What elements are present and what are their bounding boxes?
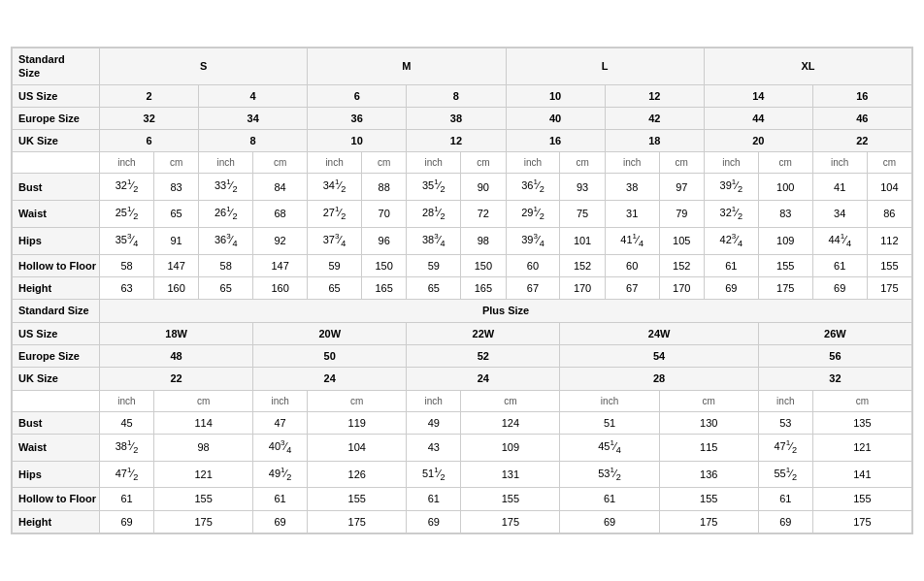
us-size-label: US Size: [13, 84, 100, 107]
plus-hollow-24w-cm: 155: [659, 488, 758, 510]
hollow-m8-inch: 59: [407, 254, 461, 276]
hips-l12-cm: 105: [659, 228, 704, 255]
m-size-header: M: [308, 48, 506, 85]
plus-hollow-26w-inch: 61: [758, 488, 812, 510]
plus-bust-18w-inch: 45: [100, 411, 154, 434]
plus-uk-24a: 24: [253, 368, 407, 390]
plus-height-label: Height: [13, 510, 100, 533]
bust-xl16-cm: 104: [867, 174, 911, 201]
plus-hips-26w-cm: 141: [812, 461, 911, 488]
uk-size-12: 12: [407, 130, 506, 152]
hips-m8-cm: 98: [461, 228, 506, 255]
bust-s4-inch: 331⁄2: [199, 174, 253, 201]
height-xl16-cm: 175: [867, 277, 911, 300]
height-l12-cm: 170: [659, 277, 704, 300]
plus-hips-26w-inch: 551⁄2: [758, 461, 812, 488]
hips-l10-cm: 101: [560, 228, 605, 255]
plus-bust-24w-cm: 130: [659, 411, 758, 434]
us-size-6: 6: [308, 84, 407, 107]
plus-waist-24w-inch: 451⁄4: [560, 434, 659, 461]
size-chart-container: StandardSize S M L XL US Size 2 4 6 8 10…: [11, 47, 913, 534]
plus-uk-28: 28: [560, 368, 758, 390]
hips-label: Hips: [13, 228, 100, 255]
height-l10-cm: 170: [560, 277, 605, 300]
plus-europe-label: Europe Size: [13, 344, 100, 367]
us-size-4: 4: [199, 84, 308, 107]
plus-waist-20w-inch: 403⁄4: [253, 434, 308, 461]
waist-l10-cm: 75: [560, 201, 605, 228]
plus-unit-inch-2: inch: [253, 390, 308, 411]
plus-hips-label: Hips: [13, 461, 100, 488]
waist-xl14-cm: 83: [758, 201, 812, 228]
height-l10-inch: 67: [506, 277, 560, 300]
xl-size-header: XL: [704, 48, 911, 85]
bust-m8-cm: 90: [461, 174, 506, 201]
unit-inch-5: inch: [506, 152, 560, 174]
hips-xl14-inch: 423⁄4: [704, 228, 758, 255]
plus-hollow-18w-inch: 61: [100, 488, 154, 510]
plus-bust-18w-cm: 114: [153, 411, 252, 434]
bust-xl14-inch: 391⁄2: [704, 174, 758, 201]
plus-hips-20w-cm: 126: [308, 461, 407, 488]
us-size-12: 12: [605, 84, 704, 107]
unit-inch-6: inch: [605, 152, 659, 174]
bust-m8-inch: 351⁄2: [407, 174, 461, 201]
hips-xl16-cm: 112: [867, 228, 911, 255]
unit-cm-8: cm: [867, 152, 911, 174]
bust-m6-cm: 88: [362, 174, 407, 201]
plus-waist-22w-inch: 43: [407, 434, 461, 461]
plus-bust-20w-inch: 47: [253, 411, 308, 434]
plus-eu-48: 48: [100, 344, 253, 367]
plus-hips-24w-cm: 136: [659, 461, 758, 488]
bust-xl16-inch: 41: [812, 174, 867, 201]
eu-size-40: 40: [506, 107, 605, 129]
eu-size-36: 36: [308, 107, 407, 129]
eu-size-42: 42: [605, 107, 704, 129]
waist-s2-inch: 251⁄2: [100, 201, 154, 228]
hips-s4-cm: 92: [253, 228, 308, 255]
plus-size-header: Plus Size: [100, 300, 912, 322]
plus-height-18w-inch: 69: [100, 510, 154, 533]
plus-us-24w: 24W: [560, 322, 758, 344]
bust-l12-inch: 38: [605, 174, 659, 201]
plus-hollow-22w-inch: 61: [407, 488, 461, 510]
height-m8-cm: 165: [461, 277, 506, 300]
plus-unit-cm-5: cm: [812, 390, 911, 411]
plus-uk-24b: 24: [407, 368, 560, 390]
eu-size-46: 46: [812, 107, 911, 129]
hips-l10-inch: 393⁄4: [506, 228, 560, 255]
height-standard-label: Height: [13, 277, 100, 300]
unit-cm-4: cm: [461, 152, 506, 174]
waist-l12-cm: 79: [659, 201, 704, 228]
hollow-s2-inch: 58: [100, 254, 154, 276]
plus-waist-24w-cm: 115: [659, 434, 758, 461]
plus-eu-56: 56: [758, 344, 911, 367]
height-m6-cm: 165: [362, 277, 407, 300]
plus-hollow-20w-inch: 61: [253, 488, 308, 510]
unit-cm-7: cm: [758, 152, 812, 174]
plus-uk-22: 22: [100, 368, 253, 390]
unit-inch-3: inch: [308, 152, 362, 174]
plus-bust-label: Bust: [13, 411, 100, 434]
unit-inch-4: inch: [407, 152, 461, 174]
plus-unit-inch-4: inch: [560, 390, 659, 411]
hollow-xl14-inch: 61: [704, 254, 758, 276]
plus-us-size-label: US Size: [13, 322, 100, 344]
plus-height-26w-inch: 69: [758, 510, 812, 533]
unit-cm-6: cm: [659, 152, 704, 174]
eu-size-32: 32: [100, 107, 199, 129]
hollow-xl16-cm: 155: [867, 254, 911, 276]
plus-us-20w: 20W: [253, 322, 407, 344]
hollow-l12-inch: 60: [605, 254, 659, 276]
bust-l10-cm: 93: [560, 174, 605, 201]
plus-height-20w-inch: 69: [253, 510, 308, 533]
waist-m6-cm: 70: [362, 201, 407, 228]
us-size-16: 16: [812, 84, 911, 107]
waist-l12-inch: 31: [605, 201, 659, 228]
hollow-m6-cm: 150: [362, 254, 407, 276]
height-s2-inch: 63: [100, 277, 154, 300]
us-size-14: 14: [704, 84, 812, 107]
uk-size-8: 8: [199, 130, 308, 152]
plus-eu-52: 52: [407, 344, 560, 367]
plus-hollow-20w-cm: 155: [308, 488, 407, 510]
